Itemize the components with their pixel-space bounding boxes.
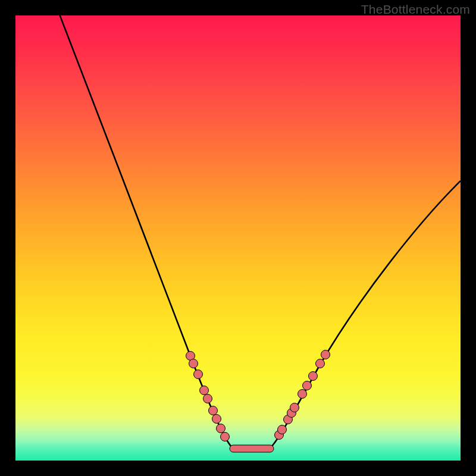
curve-dot xyxy=(278,425,287,434)
v-curve-path xyxy=(55,15,461,447)
curve-dot xyxy=(203,394,212,403)
curve-dot xyxy=(194,370,203,379)
bottleneck-curve-svg xyxy=(15,15,461,461)
curve-dot xyxy=(316,359,325,368)
valley-bar xyxy=(230,445,274,452)
right-dot-cluster xyxy=(275,350,330,440)
curve-dot xyxy=(209,406,218,415)
curve-dot xyxy=(321,350,330,359)
curve-dot xyxy=(221,433,230,441)
curve-dot xyxy=(309,372,318,381)
curve-dot xyxy=(217,424,226,433)
curve-dot xyxy=(200,386,209,395)
left-dot-cluster xyxy=(186,352,230,441)
curve-dot xyxy=(303,381,312,390)
watermark-text: TheBottleneck.com xyxy=(361,2,470,17)
curve-dot xyxy=(298,390,307,399)
curve-dot xyxy=(189,359,198,368)
chart-frame xyxy=(15,15,461,461)
curve-dot xyxy=(212,415,221,424)
curve-dot xyxy=(290,403,299,412)
